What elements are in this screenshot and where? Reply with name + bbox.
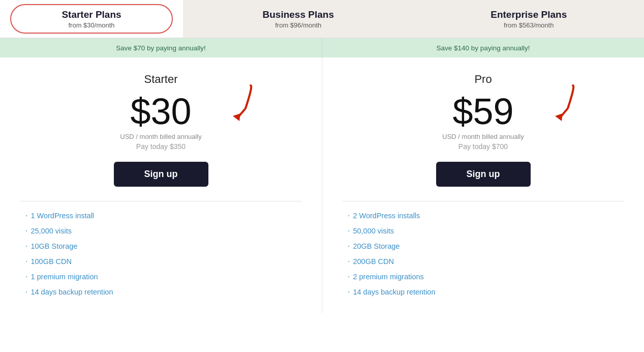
list-item: ·50,000 visits (348, 227, 619, 235)
pro-billing: USD / month billed annually (442, 133, 524, 140)
starter-divider (20, 201, 301, 201)
starter-signup-button[interactable]: Sign up (114, 162, 208, 187)
pro-price: $59 (452, 93, 513, 130)
list-item: ·2 WordPress installs (348, 212, 619, 220)
list-item: ·14 days backup retention (348, 288, 619, 296)
svg-marker-1 (555, 113, 563, 121)
business-plans-tab[interactable]: Business Plans from $96/month (183, 0, 414, 38)
list-item: ·100GB CDN (25, 257, 296, 266)
list-item: ·2 premium migrations (348, 273, 619, 281)
list-item: ·14 days backup retention (25, 288, 296, 296)
starter-plans-tab[interactable]: Starter Plans from $30/month (10, 4, 173, 34)
savings-starter: Save $70 by paying annually! (0, 38, 322, 57)
starter-plans-title: Starter Plans (62, 9, 121, 20)
list-item: ·25,000 visits (25, 227, 296, 235)
list-item: ·1 WordPress install (25, 212, 296, 220)
business-plans-subtitle: from $96/month (275, 21, 321, 29)
pro-pay-today: Pay today $700 (458, 142, 508, 151)
list-item: ·200GB CDN (348, 257, 619, 266)
pro-plan-name: Pro (474, 73, 492, 86)
starter-col: Starter $30 USD / month billed annually … (0, 57, 322, 313)
savings-pro: Save $140 by paying annually! (322, 38, 644, 57)
starter-pay-today: Pay today $350 (136, 142, 186, 151)
enterprise-plans-tab[interactable]: Enterprise Plans from $563/month (414, 0, 645, 38)
business-plans-title: Business Plans (263, 9, 334, 20)
list-item: ·1 premium migration (25, 273, 296, 281)
starter-plans-subtitle: from $30/month (68, 21, 114, 29)
red-arrow-pro (532, 83, 583, 124)
list-item: ·10GB Storage (25, 242, 296, 250)
enterprise-plans-subtitle: from $563/month (504, 21, 554, 29)
pricing-main: Starter $30 USD / month billed annually … (0, 57, 644, 313)
svg-marker-0 (233, 113, 240, 121)
pro-divider (343, 201, 624, 201)
savings-banner: Save $70 by paying annually! Save $140 b… (0, 38, 644, 57)
starter-features: ·1 WordPress install ·25,000 visits ·10G… (20, 212, 301, 303)
pro-features: ·2 WordPress installs ·50,000 visits ·20… (343, 212, 624, 303)
starter-plan-name: Starter (144, 73, 177, 86)
plan-header: Starter Plans from $30/month Business Pl… (0, 0, 644, 38)
starter-price: $30 (130, 93, 191, 130)
pro-signup-button[interactable]: Sign up (436, 162, 531, 187)
starter-billing: USD / month billed annually (120, 133, 201, 140)
red-arrow-starter (210, 83, 261, 124)
enterprise-plans-title: Enterprise Plans (490, 9, 567, 20)
list-item: ·20GB Storage (348, 242, 619, 250)
pro-col: Pro $59 USD / month billed annually Pay … (322, 57, 644, 313)
